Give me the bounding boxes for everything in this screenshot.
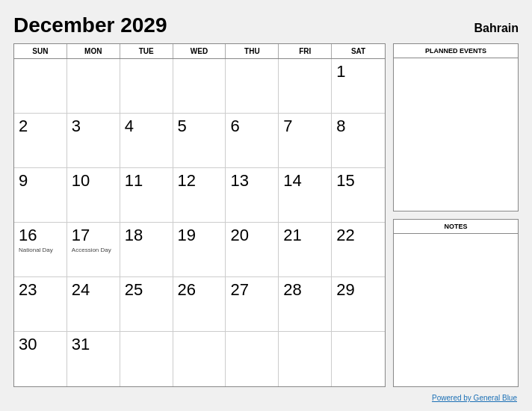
day-header: SAT	[332, 44, 385, 58]
calendar-cell: 17Accession Day	[67, 223, 120, 277]
calendar-cell: 14	[279, 168, 332, 223]
calendar-cell: 7	[279, 114, 332, 168]
calendar-cell	[67, 59, 120, 114]
main-area: SUNMONTUEWEDTHUFRISAT 123456789101112131…	[13, 43, 519, 387]
day-number: 12	[178, 171, 221, 191]
calendar-cell: 22	[332, 223, 385, 277]
planned-events-body	[394, 58, 518, 211]
calendar-cell: 26	[173, 277, 226, 332]
calendar-cell: 31	[67, 332, 120, 386]
calendar: SUNMONTUEWEDTHUFRISAT 123456789101112131…	[13, 43, 386, 387]
day-header: THU	[226, 44, 279, 58]
day-number: 20	[230, 226, 273, 245]
calendar-grid: 12345678910111213141516National Day17Acc…	[14, 59, 385, 386]
footer: Powered by General Blue	[13, 390, 519, 404]
day-number: 9	[19, 171, 62, 191]
day-number: 23	[19, 280, 62, 300]
day-number: 18	[125, 226, 168, 245]
day-number: 24	[72, 280, 115, 300]
day-number: 21	[283, 226, 327, 245]
day-header: MON	[67, 44, 120, 58]
calendar-cell: 2	[14, 114, 67, 168]
planned-events-box: PLANNED EVENTS	[393, 43, 519, 211]
day-number: 16	[19, 226, 62, 245]
holiday-label: National Day	[19, 247, 62, 254]
holiday-label: Accession Day	[72, 247, 115, 254]
day-headers: SUNMONTUEWEDTHUFRISAT	[14, 44, 385, 59]
day-number: 14	[283, 171, 327, 191]
calendar-cell: 3	[67, 114, 120, 168]
day-number: 2	[19, 117, 62, 136]
calendar-cell: 6	[226, 114, 279, 168]
day-number: 31	[72, 335, 115, 354]
calendar-cell: 19	[173, 223, 226, 277]
calendar-cell: 4	[120, 114, 173, 168]
calendar-cell: 29	[332, 277, 385, 332]
calendar-cell	[226, 59, 279, 114]
calendar-cell: 20	[226, 223, 279, 277]
calendar-cell: 13	[226, 168, 279, 223]
day-number: 10	[72, 171, 115, 191]
planned-events-header: PLANNED EVENTS	[394, 44, 518, 58]
day-number: 15	[336, 171, 380, 191]
calendar-cell: 11	[120, 168, 173, 223]
calendar-cell	[14, 59, 67, 114]
day-number: 1	[336, 62, 380, 81]
calendar-cell: 12	[173, 168, 226, 223]
calendar-cell: 16National Day	[14, 223, 67, 277]
day-number: 28	[283, 280, 327, 300]
day-number: 6	[230, 117, 273, 136]
day-number: 5	[178, 117, 221, 136]
calendar-cell	[173, 59, 226, 114]
day-header: FRI	[279, 44, 332, 58]
calendar-cell: 28	[279, 277, 332, 332]
day-number: 13	[230, 171, 273, 191]
day-number: 27	[230, 280, 273, 300]
day-number: 3	[72, 117, 115, 136]
sidebar: PLANNED EVENTS NOTES	[393, 43, 519, 387]
day-number: 8	[336, 117, 380, 136]
calendar-cell	[332, 332, 385, 386]
day-number: 25	[125, 280, 168, 300]
notes-box: NOTES	[393, 219, 519, 387]
calendar-cell	[226, 332, 279, 386]
header: December 2029 Bahrain	[13, 13, 519, 37]
day-number: 17	[72, 226, 115, 245]
calendar-cell	[173, 332, 226, 386]
page-title: December 2029	[13, 13, 167, 37]
day-number: 7	[283, 117, 327, 136]
calendar-cell: 25	[120, 277, 173, 332]
country-label: Bahrain	[474, 22, 519, 35]
calendar-cell	[279, 332, 332, 386]
page: December 2029 Bahrain SUNMONTUEWEDTHUFRI…	[0, 0, 532, 411]
calendar-cell: 21	[279, 223, 332, 277]
day-number: 19	[178, 226, 221, 245]
calendar-cell: 10	[67, 168, 120, 223]
calendar-cell: 27	[226, 277, 279, 332]
calendar-cell: 24	[67, 277, 120, 332]
calendar-cell: 9	[14, 168, 67, 223]
calendar-cell	[279, 59, 332, 114]
calendar-cell: 30	[14, 332, 67, 386]
day-number: 4	[125, 117, 168, 136]
notes-body	[394, 234, 518, 386]
general-blue-link[interactable]: Powered by General Blue	[432, 394, 517, 402]
day-number: 22	[336, 226, 380, 245]
day-number: 30	[19, 335, 62, 354]
calendar-cell	[120, 332, 173, 386]
day-header: SUN	[14, 44, 67, 58]
day-header: TUE	[120, 44, 173, 58]
day-number: 29	[336, 280, 380, 300]
calendar-cell: 1	[332, 59, 385, 114]
calendar-cell: 18	[120, 223, 173, 277]
calendar-cell: 5	[173, 114, 226, 168]
day-number: 11	[125, 171, 168, 191]
calendar-cell: 23	[14, 277, 67, 332]
notes-header: NOTES	[394, 220, 518, 234]
day-number: 26	[178, 280, 221, 300]
calendar-cell: 15	[332, 168, 385, 223]
calendar-cell: 8	[332, 114, 385, 168]
calendar-cell	[120, 59, 173, 114]
day-header: WED	[173, 44, 226, 58]
